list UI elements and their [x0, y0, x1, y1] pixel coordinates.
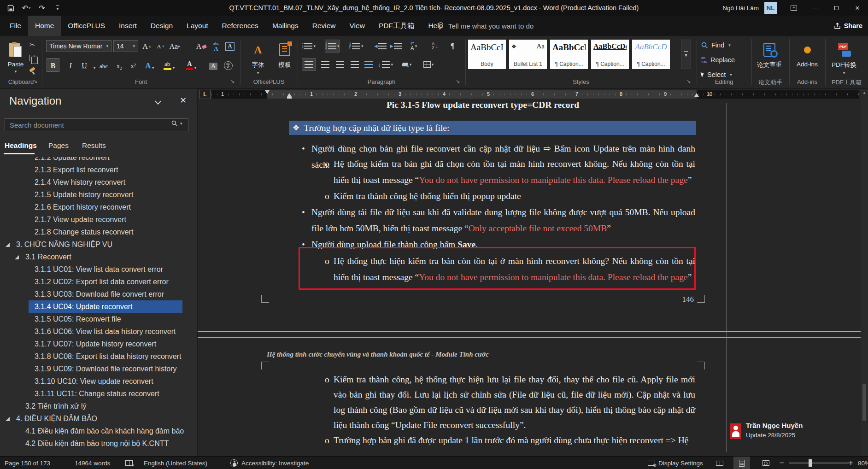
navigation-options-chevron[interactable] — [156, 99, 161, 105]
nav-heading-item[interactable]: 2.1.6 Export history reconvert — [0, 201, 197, 213]
navigation-close-button[interactable]: ✕ — [180, 95, 187, 106]
font-dialog-launcher[interactable]: ↘ — [230, 78, 235, 84]
font-size-combo[interactable]: 14▾ — [113, 40, 138, 52]
proofing-status-icon[interactable] — [125, 457, 133, 469]
shading-button[interactable]: ▾ — [400, 59, 413, 70]
nav-heading-item[interactable]: 2.1.5 Update history reconvert — [0, 188, 197, 201]
superscript-button[interactable]: x² — [127, 59, 139, 71]
enclose-characters-button[interactable]: 字 — [222, 59, 234, 71]
nav-heading-item[interactable]: 3.1.7 UC07: Update history reconvert — [0, 338, 197, 350]
vertical-scrollbar[interactable]: ▲ — [861, 89, 868, 456]
style-card-caption-italic[interactable]: AaBbCcD¶ Caption... — [632, 40, 670, 69]
nav-heading-item[interactable]: 4.1 Điều kiện đảm bảo cần khách hàng đảm… — [0, 425, 197, 437]
word-count[interactable]: 14964 words — [75, 457, 110, 469]
user-avatar-badge[interactable]: NL — [764, 2, 777, 14]
tab-mailings[interactable]: Mailings — [265, 16, 305, 36]
horizontal-ruler[interactable]: L 112345678910 — [198, 89, 861, 100]
tab-pdf-[interactable]: PDF工具箱 — [372, 16, 422, 36]
nav-heading-item[interactable]: 3.1.2 UC02: Export list data convert err… — [0, 276, 197, 288]
tab-design[interactable]: Design — [144, 16, 180, 36]
asian-layout-button[interactable]: ⇄A▾ — [407, 40, 420, 52]
nav-heading-item[interactable]: 3.1.6 UC06: View list data history recon… — [0, 325, 197, 338]
sort-button[interactable]: AZ↓ — [428, 40, 441, 52]
search-input[interactable] — [5, 118, 188, 131]
nav-heading-item[interactable]: 3.1.5 UC05: Reconvert file — [0, 313, 197, 325]
nav-heading-item[interactable]: 2.1.8 Change status reconvert — [0, 226, 197, 238]
style-card-bullet[interactable]: ❖AaBullet List 1 — [509, 40, 547, 69]
nav-heading-item[interactable]: 3.1.9 UC09: Download file reconvert hist… — [0, 363, 197, 375]
clear-formatting-button[interactable]: A — [195, 40, 207, 53]
increase-indent-button[interactable]: ▶ — [390, 40, 403, 52]
ribbon-display-options-button[interactable] — [783, 0, 804, 16]
nav-tab-pages[interactable]: Pages — [48, 141, 69, 150]
style-card-body[interactable]: AaBbCcIBody — [468, 40, 506, 69]
nav-heading-item[interactable]: 3.1.11 UC11: Change status reconvert — [0, 387, 197, 400]
nav-heading-item[interactable]: 3.2 Tiến trình xử lý — [0, 400, 197, 412]
paragraph-dialog-launcher[interactable]: ↘ — [456, 78, 460, 84]
nav-heading-item[interactable]: 2.1.7 View update reconvert — [0, 213, 197, 226]
zoom-slider-track[interactable] — [789, 463, 849, 463]
scrollbar-thumb[interactable] — [862, 384, 866, 421]
borders-button[interactable]: ▾ — [422, 59, 435, 70]
nav-heading-item[interactable]: 2.1.2 Update reconvert — [0, 157, 197, 164]
nav-heading-item[interactable]: 3.1.1 UC01: View list data convert error — [0, 263, 197, 276]
show-paragraph-marks-button[interactable]: ¶ — [446, 40, 459, 52]
display-settings-button[interactable]: Display Settings — [648, 457, 703, 469]
character-border-button[interactable]: A — [224, 40, 236, 53]
page-indicator[interactable]: Page 150 of 173 — [5, 457, 50, 469]
justify-button[interactable] — [348, 59, 361, 70]
hanging-indent-marker[interactable] — [287, 93, 292, 97]
language-indicator[interactable]: English (United States) — [144, 457, 207, 469]
search-button[interactable]: ▾ — [171, 120, 182, 127]
nav-heading-item[interactable]: 3.1 Reconvert — [0, 251, 197, 263]
nav-heading-item[interactable]: 2.1.3 Export list reconvert — [0, 164, 197, 176]
comment-author-avatar[interactable] — [730, 423, 741, 439]
redo-button[interactable]: ↷ — [35, 1, 49, 15]
clipboard-dialog-launcher[interactable]: ↘ — [33, 78, 37, 84]
change-case-button[interactable]: Aa▾ — [169, 40, 181, 53]
replace-button[interactable]: ab⤷ac Replace — [701, 56, 735, 64]
styles-more-button[interactable]: ▼ — [681, 40, 691, 69]
customize-qat-button[interactable]: ▾ — [51, 1, 65, 15]
tab-view[interactable]: View — [343, 16, 372, 36]
nav-heading-item[interactable]: 2.1.4 View history reconvert — [0, 176, 197, 188]
decrease-indent-button[interactable]: ◀ — [374, 40, 387, 52]
phonetic-guide-button[interactable]: abcA — [210, 40, 222, 53]
nav-heading-item[interactable]: 4. ĐIỀU KIỆN ĐẢM BẢO — [0, 412, 197, 425]
nav-tab-results[interactable]: Results — [82, 141, 106, 150]
nav-heading-item[interactable]: 3.1.3 UC03: Download file convert error — [0, 288, 197, 300]
select-button[interactable]: Select▾ — [701, 71, 732, 78]
style-card-caption-underline[interactable]: AaBbCcDc¶ Caption... — [591, 40, 629, 69]
grow-font-button[interactable]: A — [141, 40, 153, 53]
tab-insert[interactable]: Insert — [112, 16, 144, 36]
minimize-button[interactable] — [804, 0, 826, 16]
tab-review[interactable]: Review — [305, 16, 343, 36]
shrink-font-button[interactable]: A — [155, 40, 167, 53]
left-indent-marker[interactable] — [287, 97, 292, 99]
tab-home[interactable]: Home — [28, 16, 61, 36]
tab-layout[interactable]: Layout — [180, 16, 215, 36]
multilevel-list-button[interactable]: 1 a i▾ — [349, 40, 363, 52]
tab-references[interactable]: References — [215, 16, 265, 36]
tell-me-box[interactable]: Tell me what you want to do — [438, 16, 534, 36]
numbering-button[interactable]: 1 2 3▾ — [325, 40, 339, 52]
strikethrough-button[interactable]: abc — [98, 59, 110, 71]
font-color-button[interactable]: A▾ — [185, 59, 197, 71]
character-shading-button[interactable]: A — [207, 59, 219, 71]
style-card-caption-bold[interactable]: AaBbCcI¶ Caption... — [550, 40, 588, 69]
text-effects-button[interactable]: A▾ — [144, 59, 156, 71]
nav-tab-headings[interactable]: Headings — [5, 141, 37, 150]
bullets-button[interactable]: • • •▾ — [302, 40, 316, 52]
scroll-up-arrow[interactable]: ▲ — [861, 91, 868, 95]
tab-file[interactable]: File — [3, 16, 28, 36]
align-left-button[interactable] — [302, 59, 315, 70]
save-button[interactable] — [4, 1, 18, 15]
font-name-combo[interactable]: Times New Romar▾ — [46, 40, 111, 52]
web-layout-button[interactable] — [757, 457, 774, 469]
find-button[interactable]: Find▾ — [701, 41, 731, 49]
nav-heading-item[interactable]: 4.2 Điều kiện đảm bảo trong nội bộ K.CNT… — [0, 437, 197, 450]
cut-button[interactable]: ✂ — [27, 40, 38, 50]
collapse-triangle-icon[interactable] — [6, 243, 10, 247]
nav-heading-item[interactable]: 3.1.4 UC04: Update reconvert — [0, 300, 197, 313]
restore-button[interactable] — [826, 0, 847, 16]
